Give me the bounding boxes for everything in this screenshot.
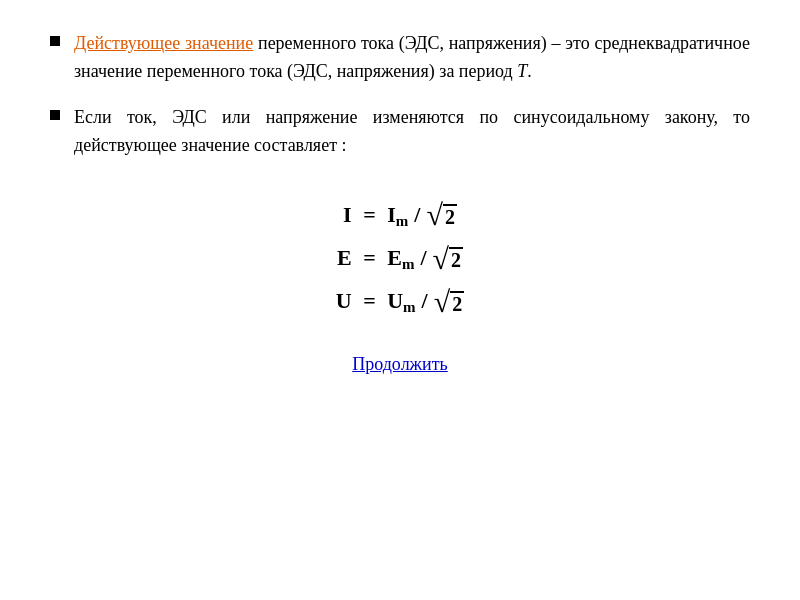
formula-i-right-var: Im: [387, 196, 408, 233]
sqrt-symbol-i: √: [426, 200, 442, 230]
formula-u-right-var: Um: [387, 282, 415, 319]
sqrt-radicand-e: 2: [449, 247, 463, 270]
formula-e-sqrt: √2: [433, 243, 463, 273]
formulas-block: I = Im / √2 E = Em / √2 U = Um / √2: [50, 196, 750, 320]
formula-i-left: I: [343, 196, 352, 233]
formula-i-sub: m: [396, 213, 409, 229]
formula-u-slash: /: [422, 282, 428, 319]
formula-i-equals: =: [358, 196, 382, 233]
formula-e-sub: m: [402, 256, 415, 272]
bullet-text-2: Если ток, ЭДС или напряжение изменяются …: [74, 104, 750, 160]
italic-T: T: [517, 61, 527, 81]
formula-e-right-var: Em: [387, 239, 414, 276]
continue-link[interactable]: Продолжить: [50, 354, 750, 375]
formula-i: I = Im / √2: [343, 196, 457, 233]
bullet-text-1: Действующее значение переменного тока (Э…: [74, 30, 750, 86]
page-container: Действующее значение переменного тока (Э…: [0, 0, 800, 600]
bullet-item-1: Действующее значение переменного тока (Э…: [50, 30, 750, 86]
sqrt-radicand-u: 2: [450, 291, 464, 314]
bullet-list: Действующее значение переменного тока (Э…: [50, 30, 750, 178]
formula-u: U = Um / √2: [336, 282, 464, 319]
formula-i-sqrt: √2: [426, 199, 456, 229]
formula-u-sqrt: √2: [434, 286, 464, 316]
formula-u-equals: =: [358, 282, 382, 319]
highlight-text: Действующее значение: [74, 33, 253, 53]
sqrt-symbol-u: √: [434, 287, 450, 317]
bullet-item-2: Если ток, ЭДС или напряжение изменяются …: [50, 104, 750, 160]
sqrt-radicand-i: 2: [443, 204, 457, 227]
bullet-icon-1: [50, 36, 60, 46]
formula-e: E = Em / √2: [337, 239, 463, 276]
formula-e-equals: =: [358, 239, 382, 276]
formula-e-left: E: [337, 239, 352, 276]
sqrt-symbol-e: √: [433, 244, 449, 274]
formula-i-slash: /: [414, 196, 420, 233]
formula-e-slash: /: [420, 239, 426, 276]
formula-u-sub: m: [403, 299, 416, 315]
formula-u-left: U: [336, 282, 352, 319]
bullet-icon-2: [50, 110, 60, 120]
